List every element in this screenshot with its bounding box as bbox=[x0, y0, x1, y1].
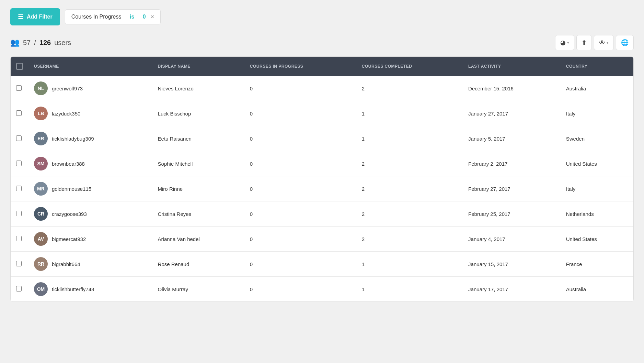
row-checkbox-cell[interactable] bbox=[11, 126, 28, 151]
row-courses-completed-8: 1 bbox=[356, 277, 463, 302]
row-username-cell-8: OM ticklishbutterfly748 bbox=[28, 277, 152, 302]
row-checkbox-5[interactable] bbox=[16, 211, 22, 216]
users-icon: 👥 bbox=[10, 38, 20, 47]
count-separator: / bbox=[34, 39, 36, 47]
column-header-last-activity: LAST ACTIVITY bbox=[463, 57, 561, 76]
users-table: USERNAME DISPLAY NAME COURSES IN PROGRES… bbox=[11, 57, 633, 301]
table-row: ER ticklishladybug309 Eetu Raisanen 0 1 … bbox=[11, 126, 633, 151]
count-shown: 57 bbox=[23, 39, 31, 47]
table-header-row: USERNAME DISPLAY NAME COURSES IN PROGRES… bbox=[11, 57, 633, 76]
filter-bar: ☰ Add Filter Courses In Progress is 0 × bbox=[10, 8, 634, 25]
table-row: AV bigmeercat932 Arianna Van hedel 0 2 J… bbox=[11, 227, 633, 252]
row-display-name-7: Rose Renaud bbox=[152, 252, 244, 277]
row-country-5: Netherlands bbox=[561, 201, 633, 227]
avatar-7: RR bbox=[34, 257, 48, 271]
row-courses-completed-7: 1 bbox=[356, 252, 463, 277]
row-display-name-6: Arianna Van hedel bbox=[152, 227, 244, 252]
row-checkbox-4[interactable] bbox=[16, 186, 22, 191]
row-checkbox-cell[interactable] bbox=[11, 227, 28, 252]
row-country-4: Italy bbox=[561, 176, 633, 201]
row-courses-in-progress-3: 0 bbox=[244, 151, 356, 176]
avatar-1: LB bbox=[34, 107, 48, 120]
username-text-6: bigmeercat932 bbox=[52, 236, 86, 242]
row-last-activity-1: January 27, 2017 bbox=[463, 101, 561, 126]
row-display-name-4: Miro Rinne bbox=[152, 176, 244, 201]
filter-chip-operator bbox=[125, 14, 126, 20]
row-username-cell-4: MR goldenmouse115 bbox=[28, 176, 152, 201]
row-display-name-2: Eetu Raisanen bbox=[152, 126, 244, 151]
table-row: OM ticklishbutterfly748 Olivia Murray 0 … bbox=[11, 277, 633, 302]
row-courses-in-progress-1: 0 bbox=[244, 101, 356, 126]
table-row: NL greenwolf973 Nieves Lorenzo 0 2 Decem… bbox=[11, 76, 633, 101]
language-button[interactable]: 🌐 bbox=[616, 35, 634, 50]
row-display-name-5: Cristina Reyes bbox=[152, 201, 244, 227]
column-header-courses-in-progress: COURSES IN PROGRESS bbox=[244, 57, 356, 76]
username-text-5: crazygoose393 bbox=[52, 211, 87, 217]
row-courses-in-progress-7: 0 bbox=[244, 252, 356, 277]
columns-caret-icon: ▾ bbox=[567, 41, 569, 45]
export-icon: ⬆ bbox=[582, 39, 587, 46]
filter-chip-value-space bbox=[138, 14, 139, 20]
row-country-6: United States bbox=[561, 227, 633, 252]
column-header-country: COUNTRY bbox=[561, 57, 633, 76]
row-courses-completed-5: 2 bbox=[356, 201, 463, 227]
row-courses-in-progress-0: 0 bbox=[244, 76, 356, 101]
columns-icon: ◕ bbox=[560, 39, 566, 46]
avatar-6: AV bbox=[34, 232, 48, 246]
row-checkbox-cell[interactable] bbox=[11, 151, 28, 176]
row-courses-in-progress-8: 0 bbox=[244, 277, 356, 302]
row-username-cell-0: NL greenwolf973 bbox=[28, 76, 152, 101]
add-filter-label: Add Filter bbox=[27, 14, 53, 20]
export-button[interactable]: ⬆ bbox=[576, 35, 592, 50]
select-all-column bbox=[11, 57, 28, 76]
row-checkbox-cell[interactable] bbox=[11, 252, 28, 277]
add-filter-button[interactable]: ☰ Add Filter bbox=[10, 8, 60, 25]
filter-chip-text: Courses In Progress bbox=[71, 14, 122, 20]
row-checkbox-0[interactable] bbox=[16, 85, 22, 91]
row-checkbox-cell[interactable] bbox=[11, 101, 28, 126]
table-row: LB lazyduck350 Luck Bisschop 0 1 January… bbox=[11, 101, 633, 126]
row-checkbox-3[interactable] bbox=[16, 161, 22, 166]
row-courses-in-progress-2: 0 bbox=[244, 126, 356, 151]
view-icon: 👁 bbox=[599, 39, 605, 46]
row-country-3: United States bbox=[561, 151, 633, 176]
table-row: MR goldenmouse115 Miro Rinne 0 2 Februar… bbox=[11, 176, 633, 201]
table-row: RR bigrabbit664 Rose Renaud 0 1 January … bbox=[11, 252, 633, 277]
username-text-8: ticklishbutterfly748 bbox=[52, 286, 94, 292]
column-header-courses-completed: COURSES COMPLETED bbox=[356, 57, 463, 76]
column-header-username: USERNAME bbox=[28, 57, 152, 76]
table-row: CR crazygoose393 Cristina Reyes 0 2 Febr… bbox=[11, 201, 633, 227]
avatar-3: SM bbox=[34, 157, 48, 170]
username-text-4: goldenmouse115 bbox=[52, 186, 91, 192]
row-checkbox-cell[interactable] bbox=[11, 176, 28, 201]
row-courses-completed-6: 2 bbox=[356, 227, 463, 252]
row-courses-completed-0: 2 bbox=[356, 76, 463, 101]
view-button[interactable]: 👁 ▾ bbox=[594, 35, 614, 50]
row-last-activity-3: February 2, 2017 bbox=[463, 151, 561, 176]
filter-chip-close-button[interactable]: × bbox=[151, 14, 154, 20]
username-text-2: ticklishladybug309 bbox=[52, 136, 94, 142]
row-last-activity-7: January 15, 2017 bbox=[463, 252, 561, 277]
row-checkbox-7[interactable] bbox=[16, 261, 22, 266]
username-text-7: bigrabbit664 bbox=[52, 261, 80, 267]
username-text-3: brownbear388 bbox=[52, 161, 85, 167]
row-courses-completed-4: 2 bbox=[356, 176, 463, 201]
select-all-checkbox[interactable] bbox=[16, 63, 23, 70]
row-display-name-3: Sophie Mitchell bbox=[152, 151, 244, 176]
row-country-1: Italy bbox=[561, 101, 633, 126]
row-country-2: Sweden bbox=[561, 126, 633, 151]
row-checkbox-cell[interactable] bbox=[11, 277, 28, 302]
filter-chip-value: 0 bbox=[143, 14, 146, 20]
row-checkbox-cell[interactable] bbox=[11, 76, 28, 101]
row-checkbox-8[interactable] bbox=[16, 286, 22, 292]
row-checkbox-2[interactable] bbox=[16, 135, 22, 141]
columns-button[interactable]: ◕ ▾ bbox=[555, 35, 574, 50]
row-username-cell-3: SM brownbear388 bbox=[28, 151, 152, 176]
row-courses-completed-2: 1 bbox=[356, 126, 463, 151]
row-checkbox-1[interactable] bbox=[16, 110, 22, 116]
row-checkbox-cell[interactable] bbox=[11, 201, 28, 227]
row-checkbox-6[interactable] bbox=[16, 236, 22, 241]
row-courses-in-progress-5: 0 bbox=[244, 201, 356, 227]
users-table-container: USERNAME DISPLAY NAME COURSES IN PROGRES… bbox=[10, 56, 634, 302]
row-last-activity-6: January 4, 2017 bbox=[463, 227, 561, 252]
